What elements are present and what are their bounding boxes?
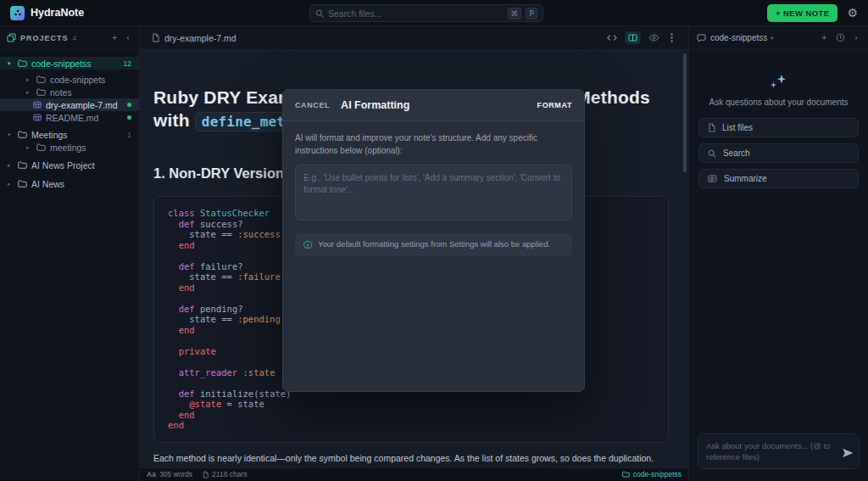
projects-sidebar: PROJECTS 4 + ‹ ▾ code-snippetss 12 ▸ cod… [0,26,140,480]
modal-header: CANCEL AI Formatting FORMAT [283,90,584,121]
projects-stack-icon [7,33,16,42]
global-search[interactable]: ⌘ P [309,4,543,22]
p-key-badge: P [526,8,537,20]
chevron-right-icon: ▸ [26,76,32,83]
note-count-badge: 12 [124,59,131,68]
modal-description: AI will format and improve your note's s… [295,132,572,157]
cancel-button[interactable]: CANCEL [295,101,330,109]
tree-item-ai-news[interactable]: ▸ AI News [0,177,139,190]
chevron-right-icon: ▸ [8,162,14,169]
tree-item-meetings-folder[interactable]: ▸ meetings [0,141,139,154]
code-line: end [168,410,654,421]
settings-note: ⓘ Your default formatting settings from … [295,233,572,256]
topbar: HydraNote ⌘ P + NEW NOTE ⚙ [0,0,868,26]
folder-icon [622,471,630,478]
folder-icon [18,131,27,138]
chevron-right-icon: ▸ [26,144,32,151]
char-count: 2116 chars [212,470,247,478]
char-count-item: 2116 chars [203,470,247,478]
tree-item-notes[interactable]: ▸ notes [0,86,139,98]
chat-input-container [689,425,868,480]
settings-gear-icon[interactable]: ⚙ [847,7,858,19]
search-icon [315,9,324,18]
status-bar: Aa 305 words 2116 chars code-snippetss [140,467,688,480]
file-icon [152,33,159,42]
chevron-down-icon: ▾ [8,131,14,138]
tree-item-code-snippetss[interactable]: ▾ code-snippetss 12 [0,57,139,70]
topbar-actions: + NEW NOTE ⚙ [767,4,858,22]
app-window: HydraNote ⌘ P + NEW NOTE ⚙ PROJECTS 4 [0,0,868,480]
code-line: @state = state [168,399,654,410]
file-status-dot [127,115,131,120]
split-view-icon[interactable] [625,31,641,44]
chat-bubble-icon [697,34,706,42]
markdown-file-icon [33,101,42,109]
assistant-body: Ask questions about your documents List … [689,50,868,425]
send-icon[interactable] [842,448,854,458]
format-button[interactable]: FORMAT [537,101,572,109]
projects-header: PROJECTS 4 + ‹ [0,26,139,50]
status-project-badge[interactable]: code-snippetss [622,470,682,478]
chevron-down-icon: ▾ [8,60,14,67]
document-icon [203,471,209,478]
tree-item-dry-example-file[interactable]: dry-example-7.md [0,98,139,111]
folder-icon [36,143,46,151]
summarize-button[interactable]: Summarize [698,169,859,188]
assistant-panel: code-snippetss ▾ + › Ask q [688,26,868,480]
projects-count: 4 [73,34,77,42]
new-chat-button[interactable]: + [819,31,829,44]
folder-icon [18,59,27,67]
chevron-down-icon: ▾ [771,35,773,42]
code-line: end [168,420,654,431]
assistant-tagline: Ask questions about your documents [709,98,849,107]
search-input[interactable] [328,8,504,19]
code-view-icon[interactable] [604,31,620,44]
sparkles-icon [769,74,789,90]
folder-icon [36,88,46,96]
tree-item-code-snippets[interactable]: ▸ code-snippets [0,73,139,86]
scrollbar-thumb[interactable] [683,53,687,172]
folder-icon [18,161,27,169]
app-logo-icon [10,6,25,20]
word-count-item: Aa 305 words [147,470,192,478]
instructions-textarea[interactable] [295,165,572,221]
list-files-button[interactable]: List files [698,118,859,137]
folder-icon [36,76,46,83]
projects-title: PROJECTS [20,34,69,42]
tree-item-meetings-project[interactable]: ▾ Meetings 1 [0,128,139,141]
tree-item-ai-news-project[interactable]: ▸ AI News Project [0,159,139,171]
assistant-project-selector[interactable]: code-snippetss ▾ [710,33,774,42]
preview-eye-icon[interactable] [645,31,663,44]
note-count-badge: 1 [127,131,131,139]
ai-formatting-modal: CANCEL AI Formatting FORMAT AI will form… [282,89,585,392]
app-title: HydraNote [31,7,84,19]
chat-history-icon[interactable] [833,31,848,44]
body-paragraph: Each method is nearly identical—only the… [153,453,675,463]
expand-panel-icon[interactable]: › [852,31,860,44]
word-count: 305 words [159,470,192,478]
assistant-header: code-snippetss ▾ + › [689,26,868,50]
chevron-right-icon: ▸ [26,89,32,96]
brand: HydraNote [10,6,84,20]
new-note-button[interactable]: + NEW NOTE [767,4,837,22]
folder-icon [18,180,27,187]
collapse-sidebar-icon[interactable]: ‹ [124,31,132,44]
info-icon: ⓘ [303,239,312,250]
open-file-tab[interactable]: dry-example-7.md [164,33,236,43]
chat-input[interactable] [698,433,860,469]
project-tree: ▾ code-snippetss 12 ▸ code-snippets ▸ no… [0,50,139,190]
modal-title: AI Formatting [341,99,409,111]
chevron-right-icon: ▸ [8,181,14,187]
typography-icon: Aa [147,470,156,478]
cmd-key-badge: ⌘ [508,8,522,20]
markdown-file-icon [33,114,42,121]
more-options-icon[interactable] [667,31,676,45]
tree-item-readme-file[interactable]: README.md [0,111,139,124]
add-project-button[interactable]: + [109,31,120,44]
editor-tabbar: dry-example-7.md [140,26,688,50]
editor-view-controls [604,31,676,45]
file-status-dot [127,103,131,107]
modal-body: AI will format and improve your note's s… [283,121,584,267]
search-action-button[interactable]: Search [698,143,859,163]
